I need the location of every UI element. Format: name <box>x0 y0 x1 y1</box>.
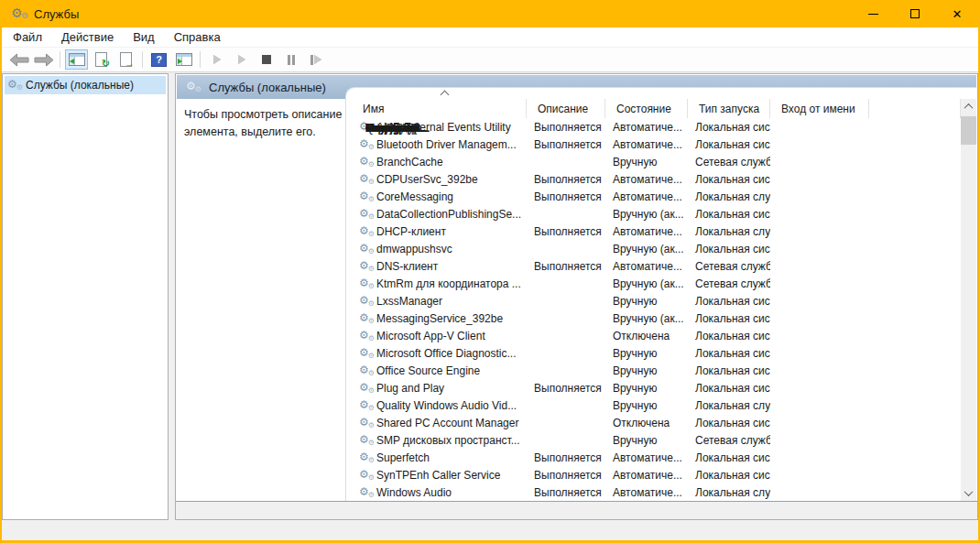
service-row[interactable]: DataCollectionPublishingSe...The DCP (..… <box>346 205 961 223</box>
vertical-scrollbar[interactable] <box>961 99 976 501</box>
menu-view[interactable]: Вид <box>133 30 155 44</box>
service-name-cell: DNS-клиент <box>346 260 527 273</box>
service-row[interactable]: DNS-клиентСлужба D...ВыполняетсяАвтомати… <box>346 257 961 275</box>
service-startup-type: Автоматиче... <box>605 260 688 273</box>
service-row[interactable]: DHCP-клиентРегистрир...ВыполняетсяАвтома… <box>346 223 961 240</box>
service-row[interactable]: Plug and PlayПозволяет...ВыполняетсяВруч… <box>346 379 961 396</box>
resume-service-icon <box>238 55 245 64</box>
resume-service-button[interactable] <box>230 49 253 70</box>
status-strip <box>2 520 978 540</box>
service-row[interactable]: BranchCacheЭта служб...ВручнуюСетевая сл… <box>346 153 961 170</box>
pause-service-button[interactable] <box>279 49 302 70</box>
service-name: DHCP-клиент <box>376 225 446 238</box>
maximize-button[interactable] <box>894 0 936 27</box>
tree-item-services-local[interactable]: Службы (локальные) <box>5 76 166 94</box>
service-row[interactable]: Bluetooth Driver Managem...Manages B...В… <box>346 136 961 153</box>
service-gear-icon <box>359 347 373 360</box>
service-row[interactable]: Shared PC Account ManagerManages p...Отк… <box>346 414 961 431</box>
service-row[interactable]: Office Source EngineСохранен...ВручнуюЛо… <box>346 362 961 379</box>
service-name: Microsoft Office Diagnostic... <box>376 347 517 360</box>
services-gear-icon <box>11 6 27 21</box>
service-startup-type: Вручную <box>605 399 688 412</box>
service-startup-type: Вручную <box>605 295 688 308</box>
service-name: SynTPEnh Caller Service <box>376 469 500 482</box>
service-gear-icon <box>359 260 373 273</box>
refresh-icon: ↻ <box>95 52 107 67</box>
service-startup-type: Автоматиче... <box>605 121 688 134</box>
service-name-cell: DHCP-клиент <box>346 225 527 238</box>
start-service-button[interactable] <box>205 49 228 70</box>
column-header-log-on-as[interactable]: Вход от имени <box>770 99 869 118</box>
service-description: Управлен... <box>354 120 517 136</box>
help-button[interactable]: ? <box>147 49 170 70</box>
stop-service-button[interactable] <box>255 49 278 70</box>
column-header-startup-type[interactable]: Тип запуска <box>688 99 770 118</box>
show-action-pane-button[interactable] <box>172 49 195 70</box>
service-gear-icon <box>359 277 373 290</box>
column-header-description[interactable]: Описание <box>527 99 605 118</box>
service-row[interactable]: LxssManagerСлужба ди...ВручнуюЛокальная … <box>346 292 961 310</box>
close-button[interactable]: ✕ <box>936 0 978 27</box>
show-console-tree-button[interactable] <box>65 49 88 70</box>
service-name: Quality Windows Audio Vid... <box>376 399 517 412</box>
column-header-name[interactable]: Имя <box>346 99 527 118</box>
export-list-button[interactable]: → <box>114 49 137 70</box>
service-log-on-as: Локальная сис... <box>688 138 770 151</box>
scroll-up-button[interactable] <box>961 99 976 114</box>
tab-label: Стандартный <box>169 504 237 516</box>
service-row[interactable]: dmwappushsvcСлужба м...Вручную (ак...Лок… <box>346 240 961 257</box>
minimize-icon <box>868 14 878 15</box>
forward-icon <box>34 53 54 67</box>
service-row[interactable]: Windows AudioУправлен...ВыполняетсяАвтом… <box>346 483 961 501</box>
menu-file[interactable]: Файл <box>13 30 42 44</box>
service-row[interactable]: Microsoft Office Diagnostic...Запуск це.… <box>346 344 961 362</box>
service-row[interactable]: CoreMessagingManages c...ВыполняетсяАвто… <box>346 188 961 205</box>
service-row[interactable]: KtmRm для координатора ...Координи...Вру… <box>346 275 961 292</box>
service-gear-icon <box>359 417 373 429</box>
services-gear-icon <box>7 79 21 92</box>
service-name: Superfetch <box>376 451 430 464</box>
window-title: Службы <box>34 7 79 21</box>
service-row[interactable]: SMP дисковых пространст...Служба уз...Вр… <box>346 431 961 449</box>
column-header-status[interactable]: Состояние <box>605 99 688 118</box>
service-row[interactable]: Microsoft App-V ClientManages A...Отключ… <box>346 327 961 344</box>
console-tree: Службы (локальные) <box>2 73 169 520</box>
services-list: AMD External Events UtilityВыполняетсяАв… <box>346 118 961 501</box>
service-name-cell: dmwappushsvc <box>346 243 527 255</box>
service-row[interactable]: SuperfetchПоддержи...ВыполняетсяАвтомати… <box>346 449 961 466</box>
service-gear-icon <box>359 330 373 342</box>
minimize-button[interactable] <box>852 0 894 27</box>
service-log-on-as: Локальная сис... <box>688 382 770 395</box>
back-button[interactable] <box>7 49 30 70</box>
service-log-on-as: Локальная сис... <box>688 243 770 255</box>
service-name-cell: KtmRm для координатора ... <box>346 277 527 290</box>
scroll-down-button[interactable] <box>961 485 976 501</box>
service-row[interactable]: SynTPEnh Caller ServiceВыполняетсяАвтома… <box>346 466 961 483</box>
services-window: Службы ✕ ФайлДействиеВидСправка ↻ → ? <box>0 0 980 543</box>
service-row[interactable]: CDPUserSvc_392be<Не удает...ВыполняетсяА… <box>346 170 961 188</box>
service-row[interactable]: MessagingService_392beСлужба, о...Вручну… <box>346 310 961 327</box>
forward-button[interactable] <box>32 49 55 70</box>
service-log-on-as: Локальная сис... <box>688 451 770 464</box>
menu-action[interactable]: Действие <box>61 30 114 44</box>
menu-help[interactable]: Справка <box>174 30 221 44</box>
service-gear-icon <box>359 382 373 395</box>
titlebar[interactable]: Службы ✕ <box>2 0 978 27</box>
column-headers: ИмяОписаниеСостояниеТип запускаВход от и… <box>346 99 961 118</box>
service-status: Выполняется <box>527 469 605 482</box>
service-startup-type: Отключена <box>605 417 688 429</box>
service-gear-icon <box>359 208 373 221</box>
restart-service-button[interactable] <box>304 49 327 70</box>
service-startup-type: Вручную <box>605 434 688 447</box>
service-row[interactable]: Quality Windows Audio Vid...Quality Wi..… <box>346 396 961 414</box>
service-gear-icon <box>359 451 373 464</box>
service-status: Выполняется <box>527 121 605 134</box>
service-name: KtmRm для координатора ... <box>376 277 521 290</box>
refresh-button[interactable]: ↻ <box>90 49 113 70</box>
service-startup-type: Автоматиче... <box>605 469 688 482</box>
service-gear-icon <box>359 156 373 168</box>
service-gear-icon <box>359 486 373 499</box>
scrollbar-thumb[interactable] <box>961 116 976 145</box>
service-gear-icon <box>359 469 373 482</box>
service-startup-type: Вручную (ак... <box>605 312 688 325</box>
